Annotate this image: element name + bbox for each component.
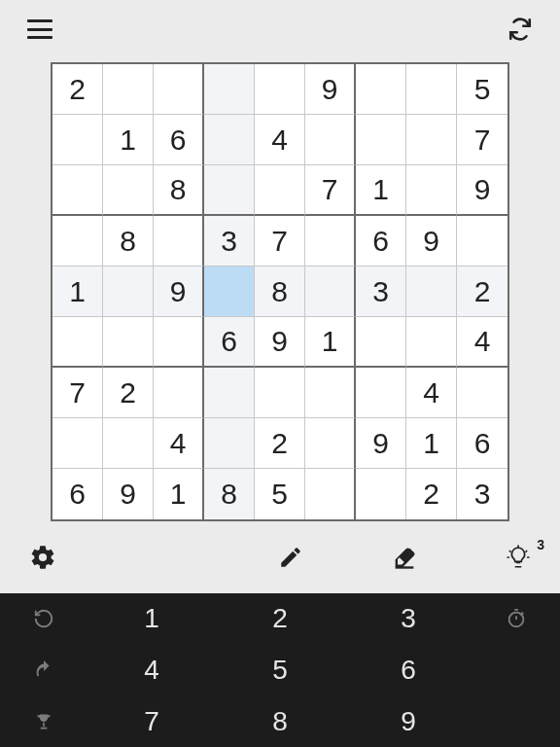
cell-2-8[interactable]: 9 (457, 165, 508, 216)
cell-2-0[interactable] (52, 165, 103, 216)
cell-2-2[interactable]: 8 (154, 165, 204, 216)
cell-5-3[interactable]: 6 (204, 317, 255, 368)
cell-7-5[interactable] (305, 418, 356, 469)
cell-6-5[interactable] (305, 368, 356, 418)
cell-3-8[interactable] (457, 216, 508, 267)
trophy-button[interactable] (0, 695, 88, 747)
cell-0-6[interactable] (356, 64, 406, 115)
num-6[interactable]: 6 (344, 645, 472, 696)
cell-6-4[interactable] (255, 368, 305, 418)
cell-5-5[interactable]: 1 (305, 317, 356, 368)
cell-5-8[interactable]: 4 (457, 317, 508, 368)
num-9[interactable]: 9 (344, 695, 472, 747)
cell-3-0[interactable] (52, 216, 103, 267)
cell-6-8[interactable] (457, 368, 508, 418)
cell-7-2[interactable]: 4 (154, 418, 204, 469)
num-1[interactable]: 1 (88, 593, 216, 645)
cell-5-2[interactable] (154, 317, 204, 368)
cell-3-4[interactable]: 7 (255, 216, 305, 267)
cell-0-0[interactable]: 2 (52, 64, 103, 115)
cell-3-3[interactable]: 3 (204, 216, 255, 267)
cell-8-6[interactable] (356, 469, 406, 519)
cell-8-2[interactable]: 1 (154, 469, 204, 519)
menu-icon[interactable] (27, 19, 52, 39)
cell-3-7[interactable]: 9 (406, 216, 457, 267)
cell-1-8[interactable]: 7 (457, 115, 508, 165)
num-8[interactable]: 8 (216, 695, 344, 747)
cell-3-6[interactable]: 6 (356, 216, 406, 267)
cell-1-3[interactable] (204, 115, 255, 165)
cell-6-6[interactable] (356, 368, 406, 418)
cell-4-5[interactable] (305, 267, 356, 317)
cell-7-1[interactable] (103, 418, 154, 469)
cell-7-7[interactable]: 1 (406, 418, 457, 469)
eraser-button[interactable] (391, 544, 418, 571)
cell-7-4[interactable]: 2 (255, 418, 305, 469)
cell-7-6[interactable]: 9 (356, 418, 406, 469)
cell-4-4[interactable]: 8 (255, 267, 305, 317)
cell-6-0[interactable]: 7 (52, 368, 103, 418)
cell-0-4[interactable] (255, 64, 305, 115)
cell-2-7[interactable] (406, 165, 457, 216)
cell-0-8[interactable]: 5 (457, 64, 508, 115)
cell-8-8[interactable]: 3 (457, 469, 508, 519)
cell-2-6[interactable]: 1 (356, 165, 406, 216)
cell-3-2[interactable] (154, 216, 204, 267)
refresh-icon[interactable] (508, 17, 533, 42)
cell-1-2[interactable]: 6 (154, 115, 204, 165)
cell-1-4[interactable]: 4 (255, 115, 305, 165)
cell-7-0[interactable] (52, 418, 103, 469)
undo-button[interactable] (0, 645, 88, 696)
settings-button[interactable] (29, 544, 56, 571)
num-2[interactable]: 2 (216, 593, 344, 645)
cell-0-2[interactable] (154, 64, 204, 115)
cell-8-0[interactable]: 6 (52, 469, 103, 519)
num-7[interactable]: 7 (88, 695, 216, 747)
cell-1-0[interactable] (52, 115, 103, 165)
cell-5-7[interactable] (406, 317, 457, 368)
cell-0-5[interactable]: 9 (305, 64, 356, 115)
restart-button[interactable] (0, 593, 88, 645)
cell-4-1[interactable] (103, 267, 154, 317)
cell-7-8[interactable]: 6 (457, 418, 508, 469)
cell-6-3[interactable] (204, 368, 255, 418)
cell-8-5[interactable] (305, 469, 356, 519)
cell-1-5[interactable] (305, 115, 356, 165)
cell-8-7[interactable]: 2 (406, 469, 457, 519)
timer-button[interactable] (472, 593, 560, 645)
cell-7-3[interactable] (204, 418, 255, 469)
cell-4-0[interactable]: 1 (52, 267, 103, 317)
cell-1-7[interactable] (406, 115, 457, 165)
num-5[interactable]: 5 (216, 645, 344, 696)
cell-4-2[interactable]: 9 (154, 267, 204, 317)
cell-5-0[interactable] (52, 317, 103, 368)
cell-6-2[interactable] (154, 368, 204, 418)
cell-8-3[interactable]: 8 (204, 469, 255, 519)
cell-4-6[interactable]: 3 (356, 267, 406, 317)
cell-2-5[interactable]: 7 (305, 165, 356, 216)
cell-4-3[interactable] (204, 267, 255, 317)
cell-8-4[interactable]: 5 (255, 469, 305, 519)
num-3[interactable]: 3 (344, 593, 472, 645)
cell-2-1[interactable] (103, 165, 154, 216)
cell-0-1[interactable] (103, 64, 154, 115)
cell-5-1[interactable] (103, 317, 154, 368)
cell-5-4[interactable]: 9 (255, 317, 305, 368)
cell-5-6[interactable] (356, 317, 406, 368)
cell-1-6[interactable] (356, 115, 406, 165)
cell-3-1[interactable]: 8 (103, 216, 154, 267)
cell-8-1[interactable]: 9 (103, 469, 154, 519)
cell-3-5[interactable] (305, 216, 356, 267)
hint-button[interactable]: 3 (506, 545, 531, 570)
cell-0-3[interactable] (204, 64, 255, 115)
num-4[interactable]: 4 (88, 645, 216, 696)
cell-2-4[interactable] (255, 165, 305, 216)
pencil-button[interactable] (278, 545, 303, 570)
cell-0-7[interactable] (406, 64, 457, 115)
cell-6-1[interactable]: 2 (103, 368, 154, 418)
cell-4-8[interactable]: 2 (457, 267, 508, 317)
cell-6-7[interactable]: 4 (406, 368, 457, 418)
cell-4-7[interactable] (406, 267, 457, 317)
cell-1-1[interactable]: 1 (103, 115, 154, 165)
cell-2-3[interactable] (204, 165, 255, 216)
